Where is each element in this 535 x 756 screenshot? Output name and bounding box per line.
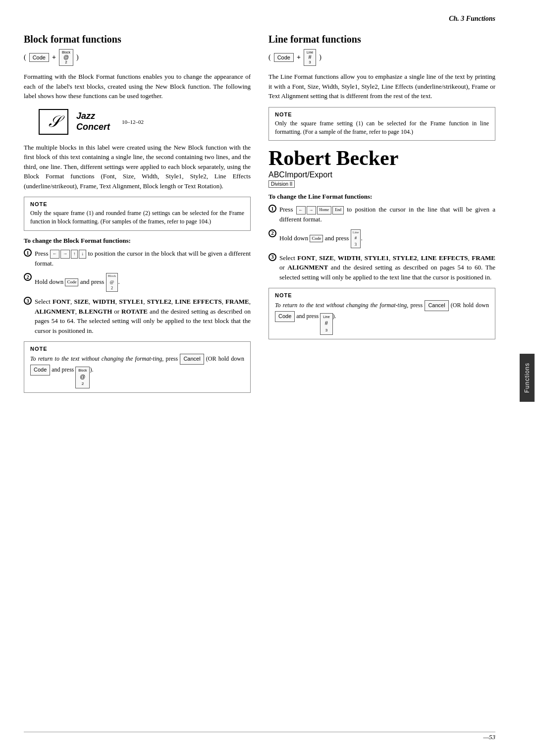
arrow-keys-1: ← → ↑ ↓ [50, 250, 86, 259]
right-cancel-key: Cancel [425, 300, 448, 311]
right-note-2-text: To return to the text without changing t… [275, 300, 489, 335]
left-column: Block format functions ( Code + Block @ … [24, 34, 251, 399]
right-code-key: Code [310, 235, 323, 243]
step-3-content: Select FONT, SIZE, WIDTH, STYLE1, STYLE2… [35, 297, 251, 335]
at-key: Block @ 2 [106, 273, 118, 292]
right-step-2-content: Hold down Code and press Line # 3 . [279, 229, 495, 248]
left-note-2-text: To return to the text without changing t… [30, 354, 244, 388]
cancel-key: Cancel [180, 354, 204, 365]
right-arrow-keys: ← → Home End [296, 206, 344, 215]
step-num-1: 1 [24, 249, 32, 257]
right-code-key-note: Code [275, 311, 295, 322]
step-num-2: 2 [24, 273, 32, 281]
left-after-example-text: The multiple blocks in this label were c… [24, 143, 251, 191]
right-intro-text: The Line Format functions allow you to e… [268, 72, 495, 101]
side-tab: Functions [519, 0, 535, 756]
right-step-2: 2 Hold down Code and press Line # 3 . [268, 229, 495, 248]
right-change-heading: To change the Line Format functions: [268, 193, 495, 201]
right-column: Line format functions ( Code + Line # 3 … [268, 34, 495, 399]
left-step-1: 1 Press ← → ↑ ↓ to position the cursor i… [24, 249, 251, 268]
left-steps: 1 Press ← → ↑ ↓ to position the cursor i… [24, 249, 251, 335]
right-paren-open: ( [268, 54, 271, 61]
right-plus: + [297, 54, 301, 61]
right-steps: 1 Press ← → Home End to position the cur… [268, 205, 495, 282]
right-step-num-3: 3 [268, 253, 276, 261]
left-key-combo: ( Code + Block @ 2 ) [24, 49, 251, 66]
page: Functions Ch. 3 Functions Block format f… [0, 0, 535, 756]
left-note-1: NOTE Only the square frame (1) and round… [24, 197, 251, 231]
left-note-2: NOTE To return to the text without chang… [24, 341, 251, 393]
label-text: Jazz Concert [76, 111, 110, 132]
left-paren-close: ) [76, 54, 79, 61]
content-area: Ch. 3 Functions Block format functions (… [0, 0, 519, 756]
page-number: —53 [483, 733, 495, 741]
hash-key: Line # 3 [351, 229, 361, 248]
bottom-divider [24, 732, 495, 732]
left-plus: + [52, 54, 56, 61]
step-num-3: 3 [24, 297, 32, 305]
robert-becker-badge: Division II [268, 180, 295, 188]
side-tab-label: Functions [520, 354, 535, 402]
robert-becker-subtitle: ABCImport/Export [268, 170, 495, 179]
left-step-2: 2 Hold down Code and press Block @ 2 . [24, 273, 251, 292]
left-step-3: 3 Select FONT, SIZE, WIDTH, STYLE1, STYL… [24, 297, 251, 335]
right-step-num-1: 1 [268, 205, 276, 213]
left-paren-open: ( [24, 54, 26, 61]
hash-key-note: Line # 3 [320, 313, 332, 335]
two-columns: Block format functions ( Code + Block @ … [24, 34, 495, 399]
code-key-2: Code [65, 278, 78, 286]
at-key-note: Block @ 2 [75, 367, 90, 388]
left-section-title: Block format functions [24, 34, 251, 45]
robert-becker-name: Robert Becker [268, 147, 495, 169]
right-note-2: NOTE To return to the text without chang… [268, 288, 495, 339]
left-key-at: Block @ 2 [59, 49, 73, 66]
right-step-num-2: 2 [268, 229, 276, 237]
left-intro-text: Formatting with the Block Format functio… [24, 72, 251, 101]
right-note-1: NOTE Only the square frame setting (1) c… [268, 107, 495, 141]
chapter-header: Ch. 3 Functions [24, 15, 495, 25]
step-1-content: Press ← → ↑ ↓ to position the cursor in … [35, 249, 251, 268]
label-date: 10–12–02 [122, 119, 144, 125]
step-2-content: Hold down Code and press Block @ 2 . [35, 273, 251, 292]
right-step-3-content: Select FONT, SIZE, WIDTH, STYLE1, STYLE2… [279, 253, 495, 282]
robert-becker-display: Robert Becker ABCImport/Export Division … [268, 147, 495, 188]
right-step-1: 1 Press ← → Home End to position the cur… [268, 205, 495, 224]
right-step-1-content: Press ← → Home End to position the curso… [279, 205, 495, 224]
right-paren-close: ) [319, 54, 321, 61]
label-icon: 𝒮 [39, 109, 68, 135]
right-section-title: Line format functions [268, 34, 495, 45]
right-step-3: 3 Select FONT, SIZE, WIDTH, STYLE1, STYL… [268, 253, 495, 282]
right-key-hash: Line # 3 [304, 49, 316, 66]
right-key-code: Code [274, 53, 294, 62]
left-change-heading: To change the Block Format functions: [24, 237, 251, 245]
code-key-note: Code [30, 365, 50, 376]
left-key-code: Code [29, 53, 49, 62]
label-jazz-concert: Jazz Concert [76, 111, 110, 132]
label-example: 𝒮 Jazz Concert 10–12–02 [39, 109, 251, 135]
right-key-combo: ( Code + Line # 3 ) [268, 49, 495, 66]
